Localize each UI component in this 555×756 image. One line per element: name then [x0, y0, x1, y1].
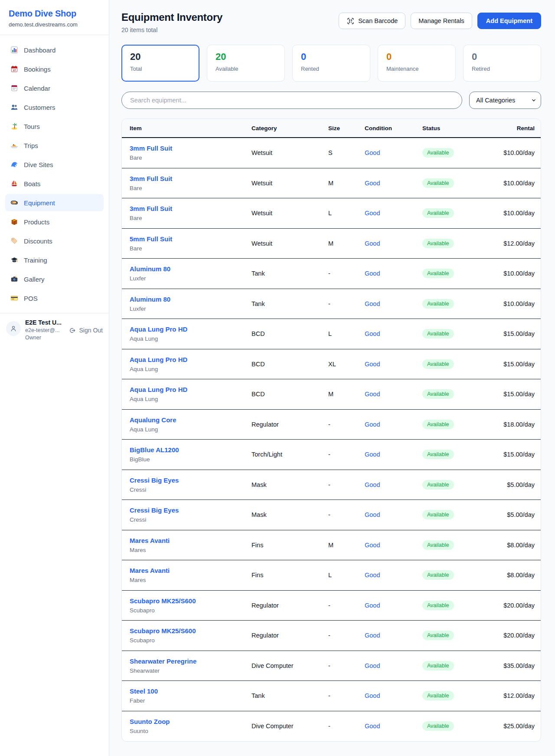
condition-link[interactable]: Good [365, 391, 422, 398]
status-badge: Available [422, 480, 454, 490]
sidebar-item-equipment[interactable]: Equipment [5, 194, 104, 211]
condition-link[interactable]: Good [365, 300, 422, 307]
sidebar-item-calendar[interactable]: Calendar [5, 79, 104, 97]
avatar [6, 321, 21, 336]
condition-link[interactable]: Good [365, 270, 422, 277]
sidebar-item-products[interactable]: Products [5, 213, 104, 230]
table-row: 3mm Full Suit Bare Wetsuit M Good Availa… [122, 168, 541, 199]
stat-label: Total [130, 66, 191, 72]
stat-label: Retired [472, 66, 532, 72]
item-link[interactable]: 5mm Full Suit [130, 235, 251, 243]
table-body: 3mm Full Suit Bare Wetsuit S Good Availa… [122, 138, 541, 741]
category-select[interactable]: All Categories [469, 92, 541, 109]
rental-cell: $20.00/day [492, 602, 535, 609]
item-link[interactable]: Mares Avanti [130, 537, 251, 545]
sidebar-item-dashboard[interactable]: Dashboard [5, 41, 104, 59]
item-link[interactable]: Mares Avanti [130, 567, 251, 575]
item-link[interactable]: Shearwater Peregrine [130, 657, 251, 666]
category-cell: Mask [251, 511, 328, 518]
sidebar-item-boats[interactable]: Boats [5, 175, 104, 192]
brand-title[interactable]: Demo Dive Shop [9, 9, 100, 19]
item-brand: Aqua Lung [130, 396, 251, 402]
item-brand: Luxfer [130, 275, 251, 282]
sidebar-item-bookings[interactable]: 17 Bookings [5, 60, 104, 78]
item-link[interactable]: Suunto Zoop [130, 718, 251, 726]
sidebar-item-discounts[interactable]: Discounts [5, 232, 104, 250]
sidebar-item-pos[interactable]: POS [5, 289, 104, 307]
condition-link[interactable]: Good [365, 511, 422, 518]
size-cell: M [328, 391, 365, 398]
sign-out-button[interactable]: Sign Out [69, 326, 103, 334]
item-link[interactable]: Scubapro MK25/S600 [130, 597, 251, 605]
add-equipment-label: Add Equipment [486, 17, 532, 24]
condition-link[interactable]: Good [365, 180, 422, 187]
table-row: BigBlue AL1200 BigBlue Torch/Light - Goo… [122, 440, 541, 470]
stat-card-available[interactable]: 20 Available [207, 45, 285, 82]
sidebar-item-label: Bookings [24, 66, 51, 73]
rental-cell: $15.00/day [492, 330, 535, 337]
item-link[interactable]: Aqua Lung Pro HD [130, 356, 251, 364]
status-cell: Available [422, 420, 492, 429]
sidebar-item-dive-sites[interactable]: Dive Sites [5, 156, 104, 173]
item-link[interactable]: 3mm Full Suit [130, 205, 251, 213]
condition-link[interactable]: Good [365, 662, 422, 669]
sidebar-item-gallery[interactable]: Gallery [5, 270, 104, 288]
stat-card-retired[interactable]: 0 Retired [463, 45, 541, 82]
item-link[interactable]: Aluminum 80 [130, 296, 251, 304]
item-cell: Mares Avanti Mares [130, 567, 251, 583]
item-link[interactable]: Aqualung Core [130, 416, 251, 424]
condition-link[interactable]: Good [365, 602, 422, 609]
condition-link[interactable]: Good [365, 421, 422, 428]
condition-link[interactable]: Good [365, 210, 422, 217]
size-cell: M [328, 240, 365, 247]
stat-card-maintenance[interactable]: 0 Maintenance [378, 45, 456, 82]
condition-link[interactable]: Good [365, 692, 422, 699]
sidebar-item-training[interactable]: Training [5, 251, 104, 269]
condition-link[interactable]: Good [365, 572, 422, 579]
sidebar-item-trips[interactable]: Trips [5, 137, 104, 154]
table-row: Aqualung Core Aqua Lung Regulator - Good… [122, 410, 541, 440]
manage-rentals-button[interactable]: Manage Rentals [411, 13, 472, 29]
status-badge: Available [422, 510, 454, 519]
table-row: 5mm Full Suit Bare Wetsuit M Good Availa… [122, 229, 541, 259]
status-cell: Available [422, 208, 492, 218]
item-link[interactable]: Cressi Big Eyes [130, 477, 251, 485]
condition-link[interactable]: Good [365, 542, 422, 549]
stat-value: 0 [472, 52, 532, 62]
add-equipment-button[interactable]: Add Equipment [477, 13, 541, 29]
status-cell: Available [422, 510, 492, 519]
page-title-block: Equipment Inventory 20 items total [121, 11, 222, 33]
condition-link[interactable]: Good [365, 240, 422, 247]
rental-cell: $15.00/day [492, 391, 535, 398]
item-brand: Luxfer [130, 306, 251, 312]
condition-link[interactable]: Good [365, 330, 422, 337]
item-link[interactable]: Aluminum 80 [130, 265, 251, 273]
item-link[interactable]: Aqua Lung Pro HD [130, 325, 251, 334]
status-cell: Available [422, 329, 492, 339]
condition-link[interactable]: Good [365, 149, 422, 156]
item-cell: Cressi Big Eyes Cressi [130, 477, 251, 493]
item-link[interactable]: Aqua Lung Pro HD [130, 386, 251, 394]
stat-card-total[interactable]: 20 Total [121, 45, 199, 82]
rental-cell: $12.00/day [492, 692, 535, 699]
status-badge: Available [422, 570, 454, 580]
condition-link[interactable]: Good [365, 632, 422, 639]
search-input[interactable] [121, 92, 462, 109]
condition-link[interactable]: Good [365, 723, 422, 730]
item-link[interactable]: Steel 100 [130, 687, 251, 696]
item-link[interactable]: Scubapro MK25/S600 [130, 627, 251, 635]
scan-barcode-button[interactable]: Scan Barcode [339, 13, 405, 29]
sidebar-item-customers[interactable]: Customers [5, 99, 104, 116]
condition-link[interactable]: Good [365, 451, 422, 458]
condition-link[interactable]: Good [365, 481, 422, 488]
item-link[interactable]: Cressi Big Eyes [130, 506, 251, 515]
status-cell: Available [422, 178, 492, 188]
item-link[interactable]: 3mm Full Suit [130, 175, 251, 183]
item-link[interactable]: BigBlue AL1200 [130, 446, 251, 454]
stat-card-rented[interactable]: 0 Rented [292, 45, 370, 82]
table-row: Scubapro MK25/S600 Scubapro Regulator - … [122, 621, 541, 651]
sidebar-item-tours[interactable]: Tours [5, 118, 104, 135]
item-brand: Aqua Lung [130, 366, 251, 372]
item-link[interactable]: 3mm Full Suit [130, 145, 251, 153]
condition-link[interactable]: Good [365, 361, 422, 368]
